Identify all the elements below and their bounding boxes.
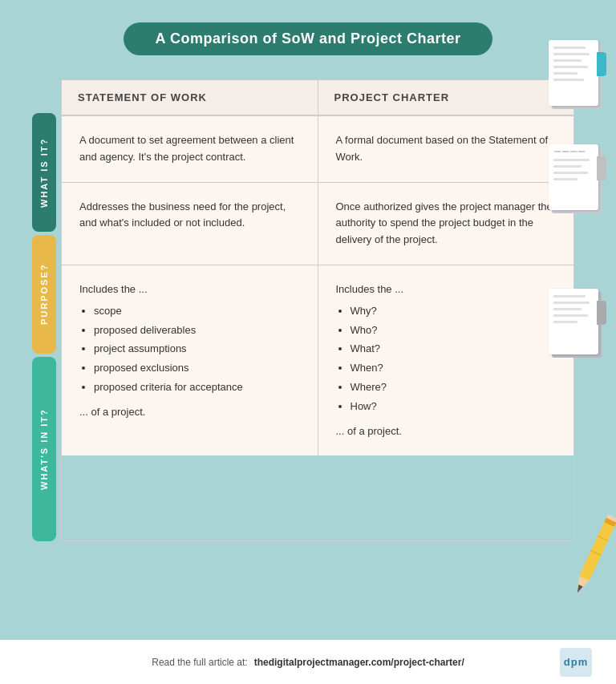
row-labels: WHAT IS IT? PURPOSE? WHAT'S IN IT?	[32, 113, 56, 541]
cell-charter-what-is-it: A formal document based on the Statement…	[318, 116, 574, 182]
label-whats-in-it: WHAT'S IN IT?	[32, 357, 56, 541]
doc-decoration-1	[549, 40, 598, 106]
cell-charter-purpose: Once authorized gives the project manage…	[318, 183, 574, 265]
list-item: proposed deliverables	[94, 322, 300, 339]
doc-decoration-3	[549, 289, 598, 354]
table-header: STATEMENT OF WORK PROJECT CHARTER	[62, 80, 573, 116]
footer: Read the full article at: thedigitalproj…	[0, 640, 616, 684]
svg-rect-0	[579, 518, 616, 581]
title-bar: A Comparison of SoW and Project Charter	[124, 22, 493, 55]
cell-sow-what-is-it: A document to set agreement between a cl…	[62, 116, 318, 182]
comparison-table: STATEMENT OF WORK PROJECT CHARTER A docu…	[61, 79, 574, 541]
main-content-area: WHAT IS IT? PURPOSE? WHAT'S IN IT? STATE…	[0, 79, 616, 541]
cell-charter-whats-in-it: Includes the ... Why? Who? What? When? W…	[318, 265, 574, 455]
cell-sow-purpose: Addresses the business need for the proj…	[62, 183, 318, 265]
doc-tab-3	[597, 301, 606, 325]
label-purpose: PURPOSE?	[32, 235, 56, 354]
label-what-is-it: WHAT IS IT?	[32, 113, 56, 232]
list-item: Who?	[351, 322, 557, 339]
list-item: proposed criteria for acceptance	[94, 379, 300, 396]
doc-decoration-2	[549, 144, 598, 210]
list-item: scope	[94, 303, 300, 320]
sow-items-list: scope proposed deliverables project assu…	[79, 303, 300, 396]
col-header-sow: STATEMENT OF WORK	[62, 80, 318, 115]
page-title: A Comparison of SoW and Project Charter	[156, 30, 461, 47]
footer-read-more: Read the full article at:	[152, 657, 247, 668]
list-item: project assumptions	[94, 341, 300, 358]
doc-tab-2	[597, 156, 606, 180]
page-wrapper: A Comparison of SoW and Project Charter	[0, 0, 616, 684]
pencil-decoration	[582, 512, 606, 604]
list-item: How?	[351, 399, 557, 415]
list-item: Where?	[351, 379, 557, 396]
list-item: proposed exclusions	[94, 360, 300, 377]
footer-link: thedigitalprojectmanager.com/project-cha…	[254, 657, 464, 668]
doc-tab-1	[597, 52, 606, 76]
doc-front-3	[549, 289, 598, 354]
row-purpose: Addresses the business need for the proj…	[62, 183, 573, 265]
list-item: When?	[351, 360, 557, 377]
doc-front-1	[549, 40, 598, 106]
charter-items-list: Why? Who? What? When? Where? How?	[336, 303, 557, 415]
row-whats-in-it: Includes the ... scope proposed delivera…	[62, 265, 573, 455]
doc-front-2	[549, 144, 598, 210]
dpm-logo: dpm	[560, 648, 592, 677]
list-item: What?	[351, 341, 557, 358]
col-header-charter: PROJECT CHARTER	[318, 80, 574, 115]
cell-sow-whats-in-it: Includes the ... scope proposed delivera…	[62, 265, 318, 455]
list-item: Why?	[351, 303, 557, 320]
row-what-is-it: A document to set agreement between a cl…	[62, 116, 573, 183]
